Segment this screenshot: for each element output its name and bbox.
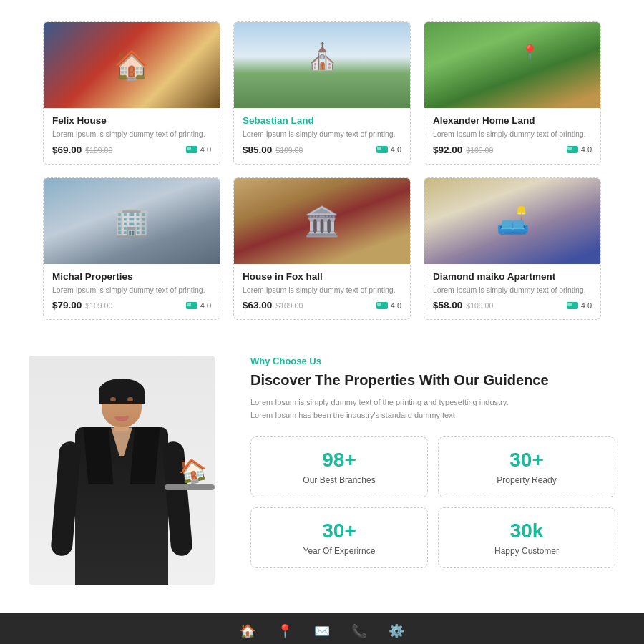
property-body-foxhall: House in Fox hall Lorem Ipsum is simply …	[234, 264, 410, 320]
property-body-sebastian: Sebastian Land Lorem Ipsum is simply dum…	[234, 108, 410, 164]
stat-number-branches: 98+	[264, 449, 414, 472]
stat-label-customers: Happy Customer	[452, 546, 602, 556]
footer-icon-mail: ✉️	[314, 623, 330, 639]
property-card-sebastian[interactable]: Sebastian Land Lorem Ipsum is simply dum…	[233, 21, 411, 165]
property-footer-foxhall: $63.00 $109.00 4.0	[243, 300, 401, 311]
why-choose-us-section: 🏠 Why Choose Us Discover The Properties …	[0, 334, 644, 613]
property-desc-diamond: Lorem Ipsum is simply dummy text of prin…	[433, 285, 592, 296]
footer-bar: 🏠 📍 ✉️ 📞 ⚙️	[0, 613, 644, 644]
rating-sebastian: 4.0	[391, 145, 401, 154]
property-footer-sebastian: $85.00 $109.00 4.0	[243, 145, 401, 155]
property-title-alexander: Alexander Home Land	[433, 115, 592, 126]
price-current-alexander: $92.00	[433, 145, 462, 155]
stat-label-experience: Year Of Experirnce	[264, 546, 414, 556]
property-body-michal: Michal Properties Lorem Ipsum is simply …	[44, 264, 220, 320]
price-old-michal: $109.00	[85, 301, 112, 310]
why-choose-label: Why Choose Us	[250, 356, 615, 366]
agent-figure: 🏠	[29, 356, 215, 585]
property-desc-alexander: Lorem Ipsum is simply dummy text of prin…	[433, 129, 592, 140]
property-footer-alexander: $92.00 $109.00 4.0	[433, 145, 592, 155]
footer-icon-home: 🏠	[240, 623, 255, 639]
bed-icon-felix	[186, 146, 197, 153]
why-image-column: 🏠	[29, 356, 229, 585]
property-price-sebastian: $85.00 $109.00	[243, 145, 303, 155]
property-price-foxhall: $63.00 $109.00	[243, 300, 303, 311]
property-body-diamond: Diamond maiko Apartment Lorem Ipsum is s…	[424, 264, 600, 320]
property-image-diamond	[424, 178, 600, 264]
property-grid: Felix House Lorem Ipsum is simply dummy …	[43, 21, 601, 320]
stats-grid: 98+ Our Best Branches 30+ Property Ready…	[250, 436, 615, 568]
property-card-michal[interactable]: Michal Properties Lorem Ipsum is simply …	[43, 177, 220, 321]
price-old-felix: $109.00	[85, 146, 112, 155]
why-content-column: Why Choose Us Discover The Properties Wi…	[229, 356, 615, 585]
property-image-michal	[44, 178, 220, 264]
property-footer-felix: $69.00 $109.00 4.0	[52, 145, 211, 155]
stat-number-property: 30+	[452, 449, 602, 472]
price-old-sebastian: $109.00	[275, 146, 303, 155]
property-meta-michal: 4.0	[186, 301, 211, 310]
bed-icon-alexander	[567, 146, 578, 153]
property-meta-sebastian: 4.0	[376, 145, 401, 154]
property-price-alexander: $92.00 $109.00	[433, 145, 493, 155]
stat-label-property: Property Ready	[452, 475, 602, 485]
property-meta-alexander: 4.0	[567, 145, 592, 154]
footer-icon-location: 📍	[277, 623, 293, 639]
stat-card-property: 30+ Property Ready	[438, 436, 615, 497]
property-title-diamond: Diamond maiko Apartment	[433, 271, 592, 282]
stat-card-customers: 30k Happy Customer	[438, 507, 615, 568]
footer-icon-phone: 📞	[351, 623, 367, 639]
property-title-felix: Felix House	[52, 115, 211, 126]
property-desc-felix: Lorem Ipsum is simply dummy text of prin…	[52, 129, 211, 140]
price-current-felix: $69.00	[52, 145, 82, 155]
property-title-foxhall: House in Fox hall	[243, 271, 401, 282]
price-current-sebastian: $85.00	[243, 145, 272, 155]
price-current-foxhall: $63.00	[243, 300, 272, 311]
property-image-sebastian	[234, 22, 410, 108]
property-card-diamond[interactable]: Diamond maiko Apartment Lorem Ipsum is s…	[424, 177, 601, 321]
rating-michal: 4.0	[200, 301, 211, 310]
stat-card-experience: 30+ Year Of Experirnce	[250, 507, 428, 568]
property-image-foxhall	[234, 178, 410, 264]
property-price-michal: $79.00 $109.00	[52, 300, 112, 311]
property-title-sebastian: Sebastian Land	[243, 115, 401, 126]
rating-diamond: 4.0	[581, 301, 592, 310]
bed-icon-diamond	[567, 302, 578, 309]
property-card-felix[interactable]: Felix House Lorem Ipsum is simply dummy …	[43, 21, 220, 165]
property-footer-diamond: $58.00 $109.00 4.0	[433, 300, 592, 311]
property-desc-foxhall: Lorem Ipsum is simply dummy text of prin…	[243, 285, 401, 296]
property-card-foxhall[interactable]: House in Fox hall Lorem Ipsum is simply …	[233, 177, 411, 321]
why-title: Discover The Properties With Our Guidenc…	[250, 371, 615, 389]
properties-section: Felix House Lorem Ipsum is simply dummy …	[0, 0, 644, 334]
property-desc-sebastian: Lorem Ipsum is simply dummy text of prin…	[243, 129, 401, 140]
property-meta-diamond: 4.0	[567, 301, 592, 310]
property-title-michal: Michal Properties	[52, 271, 211, 282]
price-current-michal: $79.00	[52, 300, 82, 311]
stat-number-experience: 30+	[264, 519, 414, 542]
bed-icon-sebastian	[376, 146, 388, 153]
rating-foxhall: 4.0	[391, 301, 401, 310]
price-current-diamond: $58.00	[433, 300, 462, 311]
footer-icon-settings: ⚙️	[389, 623, 404, 639]
price-old-diamond: $109.00	[466, 301, 493, 310]
property-body-alexander: Alexander Home Land Lorem Ipsum is simpl…	[424, 108, 600, 164]
stat-number-customers: 30k	[452, 519, 602, 542]
property-image-alexander	[424, 22, 600, 108]
page-wrapper: Felix House Lorem Ipsum is simply dummy …	[0, 0, 644, 644]
price-old-foxhall: $109.00	[275, 301, 303, 310]
why-description: Lorem Ipsum is simply dummy text of the …	[250, 396, 615, 421]
rating-alexander: 4.0	[581, 145, 592, 154]
stat-card-branches: 98+ Our Best Branches	[250, 436, 428, 497]
property-image-felix	[44, 22, 220, 108]
rating-felix: 4.0	[200, 145, 211, 154]
property-meta-felix: 4.0	[186, 145, 211, 154]
property-price-felix: $69.00 $109.00	[52, 145, 112, 155]
property-price-diamond: $58.00 $109.00	[433, 300, 493, 311]
property-footer-michal: $79.00 $109.00 4.0	[52, 300, 211, 311]
property-meta-foxhall: 4.0	[376, 301, 401, 310]
property-desc-michal: Lorem Ipsum is simply dummy text of prin…	[52, 285, 211, 296]
stat-label-branches: Our Best Branches	[264, 475, 414, 485]
bed-icon-michal	[186, 302, 197, 309]
bed-icon-foxhall	[376, 302, 388, 309]
property-body-felix: Felix House Lorem Ipsum is simply dummy …	[44, 108, 220, 164]
property-card-alexander[interactable]: Alexander Home Land Lorem Ipsum is simpl…	[424, 21, 601, 165]
